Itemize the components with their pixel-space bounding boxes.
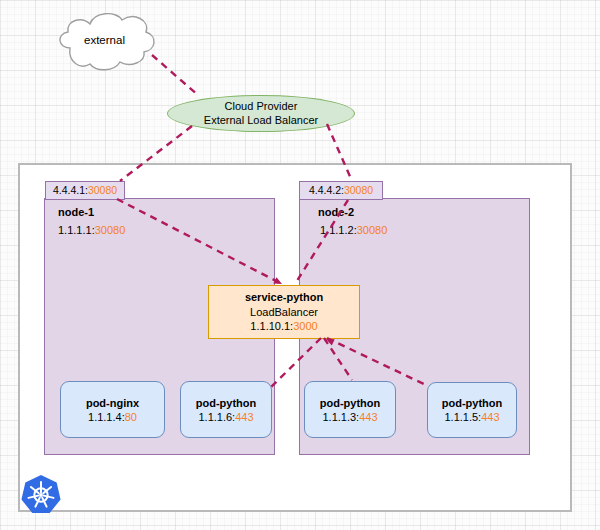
node-1-ip: 1.1.1.1:30080 xyxy=(58,224,125,236)
pod-python-2-name: pod-python xyxy=(320,396,380,410)
pod-nginx-name: pod-nginx xyxy=(86,396,139,410)
pod-python-1-ip: 1.1.1.6:443 xyxy=(198,410,253,424)
external-cloud: external xyxy=(52,8,157,76)
service-ip: 1.1.10.1:3000 xyxy=(209,319,359,334)
cloud-lb-ellipse: Cloud Provider External Load Balancer xyxy=(167,95,355,132)
kubernetes-logo-icon xyxy=(20,474,62,516)
node-1-nodeport-tab: 4.4.4.1:30080 xyxy=(45,181,125,200)
edge-external-to-lb xyxy=(152,55,199,96)
diagram-canvas: node-1 1.1.1.1:30080 4.4.4.1:30080 node-… xyxy=(0,0,600,530)
service-python-box: service-python LoadBalancer 1.1.10.1:300… xyxy=(208,285,360,339)
external-label: external xyxy=(52,34,157,46)
pod-nginx-box: pod-nginx 1.1.1.4:80 xyxy=(60,381,165,438)
node-2-name: node-2 xyxy=(318,206,354,218)
node-2-ip: 1.1.1.2:30080 xyxy=(320,224,387,236)
pod-python-2-ip: 1.1.1.3:443 xyxy=(322,410,377,424)
pod-python-1-name: pod-python xyxy=(196,396,256,410)
cloud-lb-line2: External Load Balancer xyxy=(168,114,354,128)
pod-python-3-box: pod-python 1.1.1.5:443 xyxy=(427,382,517,438)
service-type: LoadBalancer xyxy=(209,305,359,320)
service-name: service-python xyxy=(209,290,359,305)
cloud-lb-line1: Cloud Provider xyxy=(168,100,354,114)
pod-nginx-ip: 1.1.1.4:80 xyxy=(88,410,137,424)
node-1-name: node-1 xyxy=(58,206,94,218)
pod-python-3-ip: 1.1.1.5:443 xyxy=(444,410,499,424)
pod-python-3-name: pod-python xyxy=(442,396,502,410)
pod-python-2-box: pod-python 1.1.1.3:443 xyxy=(304,381,396,438)
node-2-nodeport-tab: 4.4.4.2:30080 xyxy=(299,181,383,200)
pod-python-1-box: pod-python 1.1.1.6:443 xyxy=(180,381,272,438)
